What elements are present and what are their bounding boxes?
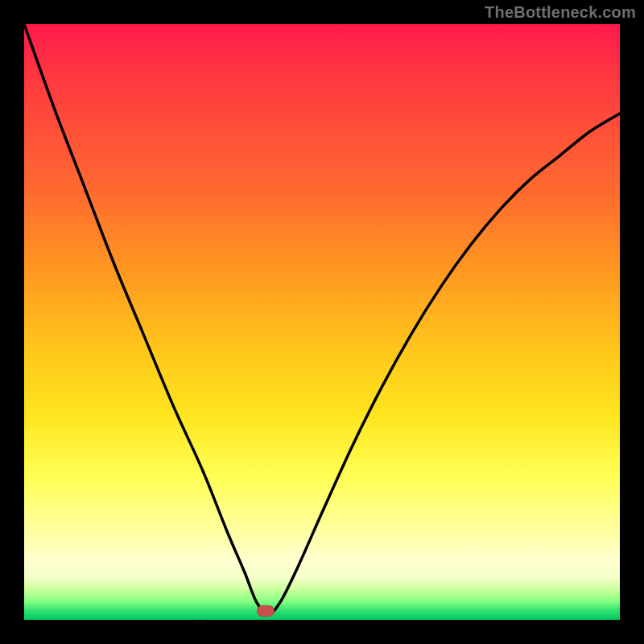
plot-area [24, 24, 620, 620]
chart-frame: TheBottleneck.com [0, 0, 644, 644]
watermark-text: TheBottleneck.com [485, 3, 636, 22]
optimal-point-marker [257, 605, 275, 617]
bottleneck-curve [24, 24, 620, 620]
